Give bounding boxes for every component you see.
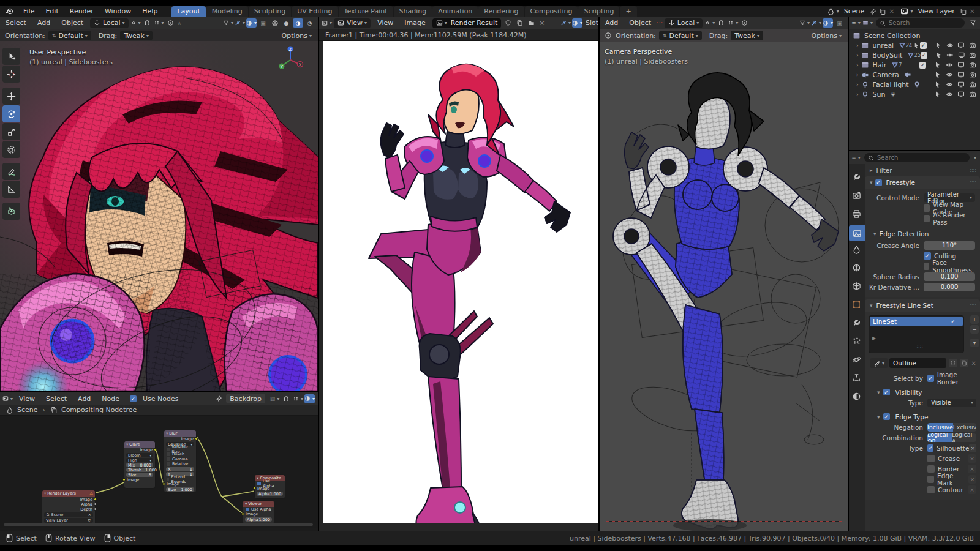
- viewport-disable-icon[interactable]: [957, 71, 965, 78]
- tab-render[interactable]: [852, 191, 861, 201]
- snap-node-icon[interactable]: [281, 394, 292, 403]
- view-map-cache-checkbox[interactable]: [924, 204, 930, 212]
- proportional-edit-icon[interactable]: [739, 18, 750, 28]
- tool-transform[interactable]: [2, 141, 20, 158]
- drag-dropdown[interactable]: Tweak▾: [120, 31, 153, 40]
- copy-icon[interactable]: [879, 8, 886, 15]
- menu-window[interactable]: Window: [99, 7, 137, 15]
- sphere-radius-slider[interactable]: 0.100: [924, 272, 975, 281]
- visibility-funnel-icon[interactable]: ▾: [223, 18, 233, 28]
- panel-filter[interactable]: ▸Filter::::: [865, 164, 980, 176]
- use-nodes-checkbox[interactable]: ✓: [130, 395, 137, 402]
- node-render-layers[interactable]: ▾Render Layers⚠ Image Alpha Depth 🗋Scene…: [42, 490, 96, 525]
- tab-collection[interactable]: [852, 282, 861, 292]
- menu-add[interactable]: Add: [72, 395, 96, 403]
- tab-view-layer[interactable]: [849, 225, 865, 241]
- breadcrumb-scene[interactable]: Scene: [17, 406, 38, 414]
- tab-object[interactable]: [852, 300, 861, 310]
- pin-icon[interactable]: [215, 395, 222, 402]
- visibility-funnel-icon[interactable]: ▾: [799, 18, 810, 28]
- negation-exclusive[interactable]: Exclusive: [953, 423, 976, 432]
- overlay-node-icon[interactable]: ▾: [304, 394, 315, 403]
- tool-add-cube[interactable]: [2, 203, 20, 220]
- tab-texture-paint[interactable]: Texture Paint: [339, 6, 393, 17]
- tool-measure[interactable]: [2, 181, 20, 198]
- tab-particles[interactable]: [852, 337, 861, 347]
- tab-animation[interactable]: Animation: [432, 6, 478, 17]
- tab-tool[interactable]: [852, 173, 861, 183]
- menu-select[interactable]: Select: [40, 395, 72, 403]
- image-datablock[interactable]: ▾Render Result: [432, 18, 502, 28]
- snap-magnet-icon[interactable]: [716, 18, 726, 28]
- control-mode-dropdown[interactable]: Parameter Editor▾: [924, 193, 975, 202]
- subpanel-edge-detection[interactable]: ▾Edge Detection: [865, 228, 975, 239]
- gizmo-toggle-icon[interactable]: ▾: [811, 18, 821, 28]
- display-mode-dropdown[interactable]: View▾: [334, 18, 371, 28]
- pin-icon[interactable]: [869, 8, 876, 15]
- lineset-add-button[interactable]: +: [970, 315, 979, 324]
- lineset-enable-checkbox[interactable]: ✓: [949, 318, 957, 325]
- node-scrollbar[interactable]: [4, 523, 313, 526]
- outliner-row-facial-light[interactable]: › Facial light: [849, 80, 980, 89]
- border-x-button[interactable]: ×: [968, 465, 976, 473]
- menu-node[interactable]: Node: [96, 395, 125, 403]
- scene-selector[interactable]: Scene: [844, 7, 865, 15]
- hide-icon[interactable]: [946, 71, 953, 78]
- menu-edit[interactable]: Edit: [40, 7, 64, 15]
- options-dropdown[interactable]: Options▾: [812, 32, 842, 40]
- snap-target-icon[interactable]: ▾: [130, 18, 141, 28]
- tab-rendering[interactable]: Rendering: [478, 6, 524, 17]
- snap-magnet-icon[interactable]: [142, 18, 153, 28]
- selectable-icon[interactable]: [935, 51, 943, 59]
- tool-move[interactable]: [2, 88, 20, 105]
- menu-view[interactable]: View: [372, 19, 399, 27]
- outliner-search[interactable]: Search: [876, 18, 965, 28]
- combination-or[interactable]: Logical OR: [927, 433, 952, 442]
- tab-scripting[interactable]: Scripting: [578, 6, 619, 17]
- render-disable-icon[interactable]: [969, 61, 976, 69]
- snap-target-icon[interactable]: ▾: [704, 18, 715, 28]
- menu-add[interactable]: Add: [600, 19, 624, 27]
- render-disable-icon[interactable]: [969, 71, 976, 78]
- orientation-dropdown[interactable]: ⇅Default▾: [659, 31, 702, 40]
- tool-cursor[interactable]: [2, 66, 20, 83]
- editor-type-icon[interactable]: ▾: [2, 394, 13, 403]
- shading-solid-icon[interactable]: ●: [281, 18, 292, 28]
- hide-icon[interactable]: [946, 51, 954, 59]
- menu-object[interactable]: Object: [56, 19, 89, 27]
- viewport-disable-icon[interactable]: [958, 51, 965, 59]
- viewport-right-canvas[interactable]: [600, 42, 848, 531]
- orientation-dropdown[interactable]: ⇅Default▾: [48, 31, 91, 40]
- copy-icon[interactable]: [514, 18, 525, 28]
- gizmo-toggle-icon[interactable]: ▾: [235, 18, 245, 28]
- contour-checkbox[interactable]: [927, 486, 935, 493]
- render-disable-icon[interactable]: [969, 42, 976, 49]
- linestyle-type-dropdown[interactable]: ▾: [870, 358, 888, 368]
- face-smoothness-checkbox[interactable]: [924, 263, 929, 270]
- copy-button[interactable]: [960, 359, 968, 367]
- options-dropdown[interactable]: Options▾: [282, 32, 312, 40]
- tab-output[interactable]: [852, 209, 861, 220]
- breadcrumb-nodetree[interactable]: Compositing Nodetree: [61, 406, 137, 414]
- outliner-row-unreal[interactable]: › unreal 24 ✓: [849, 40, 980, 50]
- editor-type-icon[interactable]: ≡▾: [851, 153, 861, 162]
- node-glare[interactable]: ▾Glare Image Bloom▾ High▾ Mix0.000 Thres…: [124, 441, 156, 489]
- shading-rendered-icon[interactable]: ◔: [304, 18, 315, 28]
- gizmo-icon[interactable]: ▾: [560, 18, 571, 28]
- hide-icon[interactable]: [946, 61, 953, 69]
- selectable-icon[interactable]: [934, 61, 941, 69]
- silhouette-checkbox[interactable]: ✓: [927, 444, 933, 452]
- tab-sculpting[interactable]: Sculpting: [249, 6, 291, 17]
- overlays-icon[interactable]: ▾: [572, 18, 582, 28]
- as-render-pass-checkbox[interactable]: [924, 215, 930, 222]
- editor-type-icon[interactable]: ≡▾: [851, 18, 861, 28]
- panel-freestyle-header[interactable]: ▾✓Freestyle::::: [865, 176, 980, 189]
- negation-inclusive[interactable]: Inclusive: [927, 423, 953, 432]
- lineset-item[interactable]: LineSet✓: [870, 317, 963, 326]
- copy-icon[interactable]: [960, 8, 967, 15]
- drag-dropdown[interactable]: Tweak▾: [731, 31, 763, 40]
- fake-user-button[interactable]: [949, 359, 957, 367]
- node-viewer[interactable]: ▾Viewer Use Alpha Image Alpha1.000: [243, 500, 274, 525]
- outliner-row-sun[interactable]: › Sun ☀: [849, 89, 980, 99]
- display-mode-icon[interactable]: ▾: [862, 18, 873, 28]
